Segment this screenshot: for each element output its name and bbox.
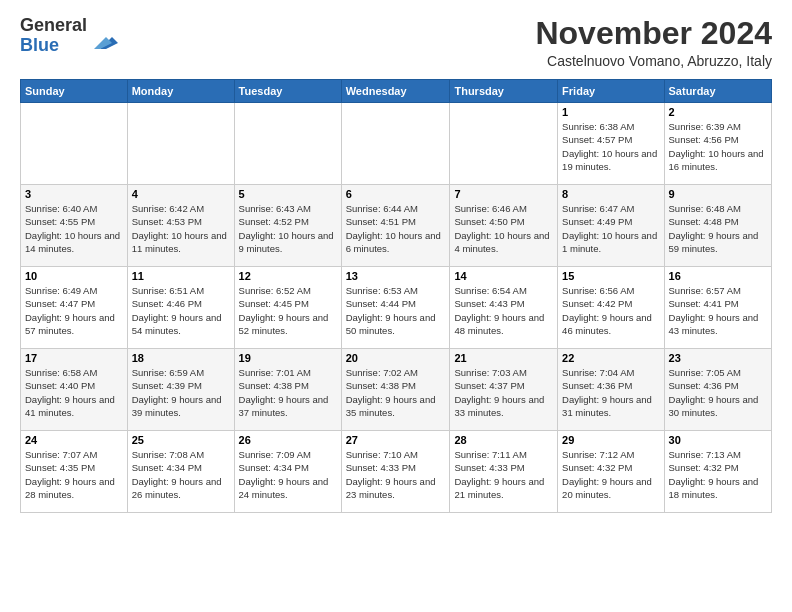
table-row (234, 103, 341, 185)
day-number: 16 (669, 270, 767, 282)
col-sunday: Sunday (21, 80, 128, 103)
col-tuesday: Tuesday (234, 80, 341, 103)
table-row: 7Sunrise: 6:46 AM Sunset: 4:50 PM Daylig… (450, 185, 558, 267)
day-number: 6 (346, 188, 446, 200)
day-info: Sunrise: 7:08 AM Sunset: 4:34 PM Dayligh… (132, 448, 230, 501)
day-number: 25 (132, 434, 230, 446)
day-info: Sunrise: 6:54 AM Sunset: 4:43 PM Dayligh… (454, 284, 553, 337)
day-number: 14 (454, 270, 553, 282)
day-info: Sunrise: 6:40 AM Sunset: 4:55 PM Dayligh… (25, 202, 123, 255)
day-info: Sunrise: 7:05 AM Sunset: 4:36 PM Dayligh… (669, 366, 767, 419)
table-row: 24Sunrise: 7:07 AM Sunset: 4:35 PM Dayli… (21, 431, 128, 513)
col-friday: Friday (558, 80, 664, 103)
table-row: 22Sunrise: 7:04 AM Sunset: 4:36 PM Dayli… (558, 349, 664, 431)
day-number: 24 (25, 434, 123, 446)
day-number: 1 (562, 106, 659, 118)
table-row: 4Sunrise: 6:42 AM Sunset: 4:53 PM Daylig… (127, 185, 234, 267)
table-row: 16Sunrise: 6:57 AM Sunset: 4:41 PM Dayli… (664, 267, 771, 349)
day-number: 10 (25, 270, 123, 282)
col-thursday: Thursday (450, 80, 558, 103)
table-row: 23Sunrise: 7:05 AM Sunset: 4:36 PM Dayli… (664, 349, 771, 431)
table-row: 6Sunrise: 6:44 AM Sunset: 4:51 PM Daylig… (341, 185, 450, 267)
table-row: 9Sunrise: 6:48 AM Sunset: 4:48 PM Daylig… (664, 185, 771, 267)
col-wednesday: Wednesday (341, 80, 450, 103)
day-info: Sunrise: 6:38 AM Sunset: 4:57 PM Dayligh… (562, 120, 659, 173)
day-info: Sunrise: 7:10 AM Sunset: 4:33 PM Dayligh… (346, 448, 446, 501)
table-row: 30Sunrise: 7:13 AM Sunset: 4:32 PM Dayli… (664, 431, 771, 513)
table-row: 12Sunrise: 6:52 AM Sunset: 4:45 PM Dayli… (234, 267, 341, 349)
table-row: 13Sunrise: 6:53 AM Sunset: 4:44 PM Dayli… (341, 267, 450, 349)
day-number: 26 (239, 434, 337, 446)
day-number: 9 (669, 188, 767, 200)
table-row: 17Sunrise: 6:58 AM Sunset: 4:40 PM Dayli… (21, 349, 128, 431)
day-info: Sunrise: 7:11 AM Sunset: 4:33 PM Dayligh… (454, 448, 553, 501)
day-number: 22 (562, 352, 659, 364)
table-row (450, 103, 558, 185)
day-info: Sunrise: 7:01 AM Sunset: 4:38 PM Dayligh… (239, 366, 337, 419)
day-number: 13 (346, 270, 446, 282)
table-row: 3Sunrise: 6:40 AM Sunset: 4:55 PM Daylig… (21, 185, 128, 267)
day-info: Sunrise: 6:42 AM Sunset: 4:53 PM Dayligh… (132, 202, 230, 255)
day-number: 3 (25, 188, 123, 200)
day-info: Sunrise: 7:02 AM Sunset: 4:38 PM Dayligh… (346, 366, 446, 419)
table-row: 27Sunrise: 7:10 AM Sunset: 4:33 PM Dayli… (341, 431, 450, 513)
day-info: Sunrise: 6:39 AM Sunset: 4:56 PM Dayligh… (669, 120, 767, 173)
table-row: 10Sunrise: 6:49 AM Sunset: 4:47 PM Dayli… (21, 267, 128, 349)
table-row: 5Sunrise: 6:43 AM Sunset: 4:52 PM Daylig… (234, 185, 341, 267)
title-block: November 2024 Castelnuovo Vomano, Abruzz… (535, 16, 772, 69)
day-number: 2 (669, 106, 767, 118)
table-row: 20Sunrise: 7:02 AM Sunset: 4:38 PM Dayli… (341, 349, 450, 431)
day-info: Sunrise: 6:46 AM Sunset: 4:50 PM Dayligh… (454, 202, 553, 255)
logo-icon (90, 21, 120, 51)
day-number: 15 (562, 270, 659, 282)
day-info: Sunrise: 6:48 AM Sunset: 4:48 PM Dayligh… (669, 202, 767, 255)
day-number: 27 (346, 434, 446, 446)
day-number: 4 (132, 188, 230, 200)
day-number: 8 (562, 188, 659, 200)
header: General Blue November 2024 Castelnuovo V… (20, 16, 772, 69)
day-info: Sunrise: 7:07 AM Sunset: 4:35 PM Dayligh… (25, 448, 123, 501)
table-row: 18Sunrise: 6:59 AM Sunset: 4:39 PM Dayli… (127, 349, 234, 431)
table-row: 14Sunrise: 6:54 AM Sunset: 4:43 PM Dayli… (450, 267, 558, 349)
day-number: 23 (669, 352, 767, 364)
day-info: Sunrise: 6:57 AM Sunset: 4:41 PM Dayligh… (669, 284, 767, 337)
calendar-header-row: Sunday Monday Tuesday Wednesday Thursday… (21, 80, 772, 103)
location: Castelnuovo Vomano, Abruzzo, Italy (535, 53, 772, 69)
table-row: 1Sunrise: 6:38 AM Sunset: 4:57 PM Daylig… (558, 103, 664, 185)
day-number: 11 (132, 270, 230, 282)
table-row: 19Sunrise: 7:01 AM Sunset: 4:38 PM Dayli… (234, 349, 341, 431)
day-info: Sunrise: 7:12 AM Sunset: 4:32 PM Dayligh… (562, 448, 659, 501)
logo: General Blue (20, 16, 120, 56)
table-row (127, 103, 234, 185)
table-row (341, 103, 450, 185)
day-number: 28 (454, 434, 553, 446)
table-row: 25Sunrise: 7:08 AM Sunset: 4:34 PM Dayli… (127, 431, 234, 513)
table-row: 8Sunrise: 6:47 AM Sunset: 4:49 PM Daylig… (558, 185, 664, 267)
day-info: Sunrise: 6:59 AM Sunset: 4:39 PM Dayligh… (132, 366, 230, 419)
table-row: 15Sunrise: 6:56 AM Sunset: 4:42 PM Dayli… (558, 267, 664, 349)
day-number: 7 (454, 188, 553, 200)
day-info: Sunrise: 6:56 AM Sunset: 4:42 PM Dayligh… (562, 284, 659, 337)
day-info: Sunrise: 7:03 AM Sunset: 4:37 PM Dayligh… (454, 366, 553, 419)
day-number: 19 (239, 352, 337, 364)
month-title: November 2024 (535, 16, 772, 51)
day-info: Sunrise: 7:13 AM Sunset: 4:32 PM Dayligh… (669, 448, 767, 501)
table-row: 2Sunrise: 6:39 AM Sunset: 4:56 PM Daylig… (664, 103, 771, 185)
day-info: Sunrise: 6:47 AM Sunset: 4:49 PM Dayligh… (562, 202, 659, 255)
calendar-table: Sunday Monday Tuesday Wednesday Thursday… (20, 79, 772, 513)
day-number: 12 (239, 270, 337, 282)
logo-general-text: General (20, 16, 87, 36)
day-number: 20 (346, 352, 446, 364)
table-row: 28Sunrise: 7:11 AM Sunset: 4:33 PM Dayli… (450, 431, 558, 513)
day-info: Sunrise: 6:58 AM Sunset: 4:40 PM Dayligh… (25, 366, 123, 419)
table-row: 29Sunrise: 7:12 AM Sunset: 4:32 PM Dayli… (558, 431, 664, 513)
day-number: 30 (669, 434, 767, 446)
logo-blue-text: Blue (20, 36, 87, 56)
day-info: Sunrise: 6:51 AM Sunset: 4:46 PM Dayligh… (132, 284, 230, 337)
day-info: Sunrise: 7:04 AM Sunset: 4:36 PM Dayligh… (562, 366, 659, 419)
day-number: 18 (132, 352, 230, 364)
day-info: Sunrise: 7:09 AM Sunset: 4:34 PM Dayligh… (239, 448, 337, 501)
day-info: Sunrise: 6:44 AM Sunset: 4:51 PM Dayligh… (346, 202, 446, 255)
col-saturday: Saturday (664, 80, 771, 103)
table-row: 11Sunrise: 6:51 AM Sunset: 4:46 PM Dayli… (127, 267, 234, 349)
